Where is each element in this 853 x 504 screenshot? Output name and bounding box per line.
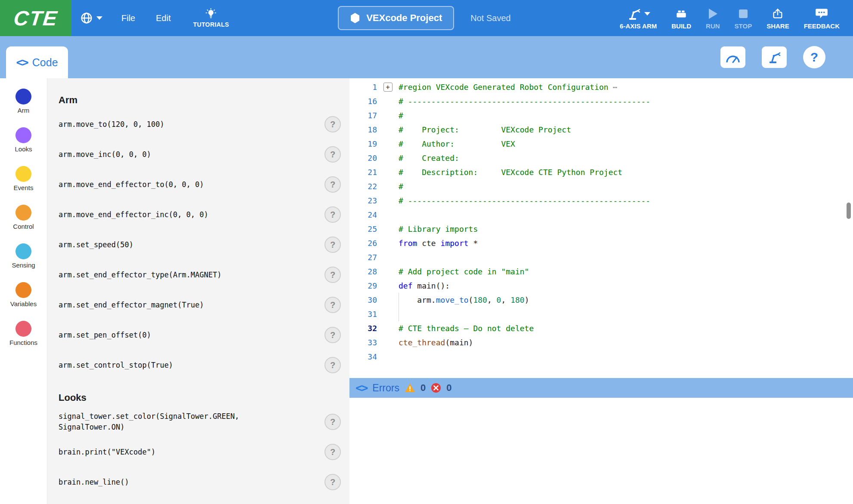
command-text[interactable]: arm.set_end_effector_type(Arm.MAGNET) [59, 270, 222, 280]
code-text[interactable]: # Description: VEXcode CTE Python Projec… [399, 165, 853, 179]
editor-scrollbar-thumb[interactable] [847, 203, 851, 219]
command-help-button[interactable]: ? [325, 267, 341, 283]
command-text[interactable]: brain.print("VEXcode") [59, 447, 155, 458]
editor-line[interactable]: 28# Add project code in "main" [349, 264, 853, 279]
code-text[interactable]: # Library imports [399, 222, 853, 236]
code-text[interactable]: def main(): [399, 279, 853, 293]
code-text[interactable]: arm.move_to(180, 0, 180) [399, 293, 853, 307]
code-text[interactable]: #region VEXcode Generated Robot Configur… [399, 80, 853, 94]
command-text[interactable]: signal_tower.set_color(SignalTower.GREEN… [59, 411, 261, 432]
command-row[interactable]: arm.set_control_stop(True)? [59, 350, 341, 380]
command-text[interactable]: arm.set_pen_offset(0) [59, 330, 151, 341]
editor-line[interactable]: 34 [349, 350, 853, 364]
code-editor[interactable]: 1+#region VEXcode Generated Robot Config… [349, 78, 853, 378]
command-text[interactable]: arm.move_end_effector_inc(0, 0, 0) [59, 209, 208, 220]
editor-line[interactable]: 33cte_thread(main) [349, 335, 853, 350]
device-selector[interactable]: 6-AXIS ARM [612, 7, 664, 30]
code-text[interactable]: # --------------------------------------… [399, 94, 853, 108]
editor-line[interactable]: 19# Author: VEX [349, 137, 853, 151]
command-text[interactable]: arm.move_to(120, 0, 100) [59, 119, 164, 130]
command-help-button[interactable]: ? [325, 327, 341, 343]
category-circle[interactable] [15, 127, 31, 143]
category-control[interactable]: Control [9, 205, 37, 230]
build-button[interactable]: BUILD [664, 7, 698, 30]
command-help-button[interactable]: ? [325, 116, 341, 132]
category-circle[interactable] [15, 243, 31, 259]
code-text[interactable]: from cte import * [399, 236, 853, 250]
editor-line[interactable]: 32# CTE threads — Do not delete [349, 321, 853, 335]
code-text[interactable] [399, 208, 853, 222]
editor-line[interactable]: 22# [349, 179, 853, 194]
command-row[interactable]: arm.set_pen_offset(0)? [59, 320, 341, 350]
command-text[interactable]: arm.set_speed(50) [59, 240, 133, 250]
category-events[interactable]: Events [9, 166, 37, 191]
category-looks[interactable]: Looks [9, 127, 37, 153]
editor-line[interactable]: 25# Library imports [349, 222, 853, 236]
category-variables[interactable]: Variables [9, 282, 37, 307]
code-text[interactable]: # Author: VEX [399, 137, 853, 151]
editor-line[interactable]: 31 [349, 307, 853, 321]
category-circle[interactable] [15, 89, 31, 104]
command-text[interactable]: arm.move_end_effector_to(0, 0, 0) [59, 179, 204, 190]
category-arm[interactable]: Arm [9, 89, 37, 114]
code-text[interactable]: # CTE threads — Do not delete [399, 321, 853, 335]
editor-line[interactable]: 24 [349, 208, 853, 222]
editor-line[interactable]: 20# Created: [349, 151, 853, 165]
dashboard-button[interactable] [720, 46, 745, 68]
command-row[interactable]: arm.set_speed(50)? [59, 230, 341, 260]
code-text[interactable]: # Add project code in "main" [399, 264, 853, 279]
code-text[interactable]: cte_thread(main) [399, 335, 853, 350]
command-text[interactable]: arm.set_end_effector_magnet(True) [59, 300, 204, 310]
category-functions[interactable]: Functions [9, 321, 37, 346]
stop-button[interactable]: STOP [727, 7, 760, 30]
command-row[interactable]: signal_tower.set_color(SignalTower.GREEN… [59, 407, 341, 437]
command-help-button[interactable]: ? [325, 146, 341, 163]
code-text[interactable]: # Project: VEXcode Project [399, 123, 853, 137]
editor-line[interactable]: 26from cte import * [349, 236, 853, 250]
command-text[interactable]: arm.set_control_stop(True) [59, 360, 173, 371]
command-text[interactable]: brain.new_line() [59, 477, 129, 488]
editor-line[interactable]: 27 [349, 250, 853, 264]
project-name-button[interactable]: VEXcode Project [338, 6, 454, 30]
command-row[interactable]: arm.set_end_effector_type(Arm.MAGNET)? [59, 260, 341, 290]
command-row[interactable]: arm.move_to(120, 0, 100)? [59, 109, 341, 139]
editor-line[interactable]: 29def main(): [349, 279, 853, 293]
command-help-button[interactable]: ? [325, 176, 341, 193]
folded-ellipsis[interactable]: ⋯ [613, 83, 618, 92]
share-button[interactable]: SHARE [759, 7, 797, 30]
command-help-button[interactable]: ? [325, 206, 341, 223]
tab-code[interactable]: <> Code [6, 46, 68, 78]
code-text[interactable] [399, 307, 853, 321]
code-text[interactable] [399, 250, 853, 264]
category-circle[interactable] [15, 166, 31, 182]
command-row[interactable]: brain.print("VEXcode")? [59, 437, 341, 467]
category-circle[interactable] [15, 205, 31, 221]
command-text[interactable]: arm.move_inc(0, 0, 0) [59, 149, 151, 160]
command-help-button[interactable]: ? [325, 414, 341, 430]
command-help-button[interactable]: ? [325, 474, 341, 490]
command-help-button[interactable]: ? [325, 444, 341, 460]
fold-expand-icon[interactable]: + [383, 83, 393, 92]
robot-config-button[interactable] [762, 46, 787, 68]
editor-line[interactable]: 23# ------------------------------------… [349, 194, 853, 208]
category-circle[interactable] [15, 282, 31, 298]
command-row[interactable]: arm.move_inc(0, 0, 0)? [59, 139, 341, 169]
editor-line[interactable]: 18# Project: VEXcode Project [349, 123, 853, 137]
category-circle[interactable] [15, 321, 31, 337]
errors-tab-bar[interactable]: <> Errors 0 0 [349, 378, 853, 398]
editor-line[interactable]: 1+#region VEXcode Generated Robot Config… [349, 80, 853, 94]
code-text[interactable] [399, 350, 853, 364]
editor-line[interactable]: 17# [349, 108, 853, 123]
help-button[interactable]: ? [803, 46, 825, 68]
command-row[interactable]: brain.new_line()? [59, 467, 341, 497]
file-menu[interactable]: File [111, 0, 145, 36]
code-text[interactable]: # Created: [399, 151, 853, 165]
command-help-button[interactable]: ? [325, 297, 341, 313]
command-row[interactable]: arm.set_end_effector_magnet(True)? [59, 290, 341, 320]
command-help-button[interactable]: ? [325, 357, 341, 373]
run-button[interactable]: RUN [698, 7, 727, 30]
code-text[interactable]: # [399, 179, 853, 194]
code-text[interactable]: # [399, 108, 853, 123]
editor-line[interactable]: 21# Description: VEXcode CTE Python Proj… [349, 165, 853, 179]
language-selector[interactable] [71, 12, 111, 25]
